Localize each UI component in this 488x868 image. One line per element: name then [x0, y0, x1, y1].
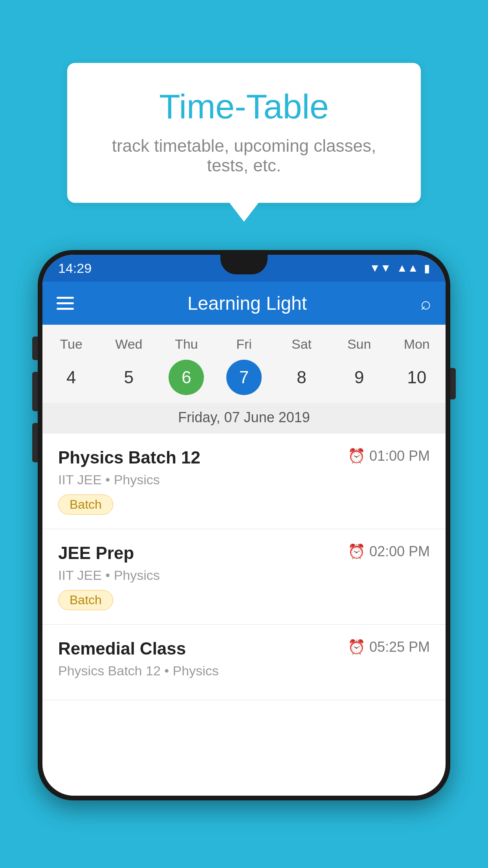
event-time-2: ⏰ 02:00 PM [348, 543, 430, 560]
power-button [450, 368, 456, 399]
status-time: 14:29 [58, 261, 92, 276]
day-header-tue: Tue [42, 337, 100, 352]
notch [220, 255, 268, 274]
day-6-today[interactable]: 6 [169, 360, 204, 395]
day-headers: Tue Wed Thu Fri Sat Sun Mon [42, 333, 446, 356]
day-header-fri: Fri [215, 337, 273, 352]
day-header-sun: Sun [330, 337, 388, 352]
clock-icon-1: ⏰ [348, 448, 365, 464]
event-meta-3: Physics Batch 12 • Physics [58, 663, 430, 679]
event-list: Physics Batch 12 ⏰ 01:00 PM IIT JEE • Ph… [42, 434, 446, 700]
status-bar: 14:29 ▼▼ ▲▲ ▮ [42, 255, 446, 281]
event-list-container: Physics Batch 12 ⏰ 01:00 PM IIT JEE • Ph… [42, 434, 446, 700]
day-10[interactable]: 10 [388, 360, 446, 395]
day-header-wed: Wed [100, 337, 158, 352]
app-title: Learning Light [86, 292, 409, 314]
clock-icon-2: ⏰ [348, 543, 365, 560]
signal-icon: ▲▲ [397, 262, 418, 274]
event-badge-2: Batch [58, 590, 113, 610]
event-header-1: Physics Batch 12 ⏰ 01:00 PM [58, 448, 430, 467]
event-meta-1: IIT JEE • Physics [58, 472, 430, 487]
clock-icon-3: ⏰ [348, 639, 365, 655]
event-item-physics-batch[interactable]: Physics Batch 12 ⏰ 01:00 PM IIT JEE • Ph… [42, 434, 446, 529]
event-header-3: Remedial Class ⏰ 05:25 PM [58, 639, 430, 658]
day-numbers: 4 5 6 7 8 9 10 [42, 356, 446, 403]
tooltip-title: Time-Table [99, 86, 389, 127]
day-5[interactable]: 5 [100, 360, 158, 395]
phone-frame: 14:29 ▼▼ ▲▲ ▮ Learning Light ⌕ [38, 250, 450, 800]
search-icon[interactable]: ⌕ [420, 292, 431, 314]
day-header-sat: Sat [273, 337, 330, 352]
phone-screen: 14:29 ▼▼ ▲▲ ▮ Learning Light ⌕ [42, 255, 446, 796]
day-4[interactable]: 4 [42, 360, 100, 395]
calendar-strip: Tue Wed Thu Fri Sat Sun Mon 4 5 6 7 8 9 … [42, 325, 446, 434]
volume-down-button [32, 423, 38, 462]
tooltip-subtitle: track timetable, upcoming classes, tests… [99, 136, 389, 175]
selected-date-label: Friday, 07 June 2019 [42, 403, 446, 434]
event-time-3: ⏰ 05:25 PM [348, 639, 430, 655]
phone-mockup: 14:29 ▼▼ ▲▲ ▮ Learning Light ⌕ [38, 250, 450, 800]
mute-button [32, 337, 38, 360]
day-7-selected[interactable]: 7 [226, 360, 262, 395]
event-header-2: JEE Prep ⏰ 02:00 PM [58, 543, 430, 563]
wifi-icon: ▼▼ [369, 262, 391, 274]
volume-up-button [32, 372, 38, 411]
event-name-3: Remedial Class [58, 639, 186, 658]
battery-icon: ▮ [424, 262, 430, 275]
event-item-remedial-class[interactable]: Remedial Class ⏰ 05:25 PM Physics Batch … [42, 625, 446, 700]
status-icons: ▼▼ ▲▲ ▮ [369, 262, 430, 275]
app-bar: Learning Light ⌕ [42, 281, 446, 325]
day-header-thu: Thu [158, 337, 215, 352]
event-badge-1: Batch [58, 495, 113, 515]
event-item-jee-prep[interactable]: JEE Prep ⏰ 02:00 PM IIT JEE • Physics Ba… [42, 529, 446, 625]
event-name-1: Physics Batch 12 [58, 448, 200, 467]
event-time-1: ⏰ 01:00 PM [348, 448, 430, 464]
day-8[interactable]: 8 [273, 360, 330, 395]
day-9[interactable]: 9 [330, 360, 388, 395]
hamburger-menu-icon[interactable] [57, 297, 74, 310]
day-header-mon: Mon [388, 337, 446, 352]
tooltip-card: Time-Table track timetable, upcoming cla… [67, 63, 421, 203]
event-meta-2: IIT JEE • Physics [58, 568, 430, 583]
event-name-2: JEE Prep [58, 543, 134, 563]
